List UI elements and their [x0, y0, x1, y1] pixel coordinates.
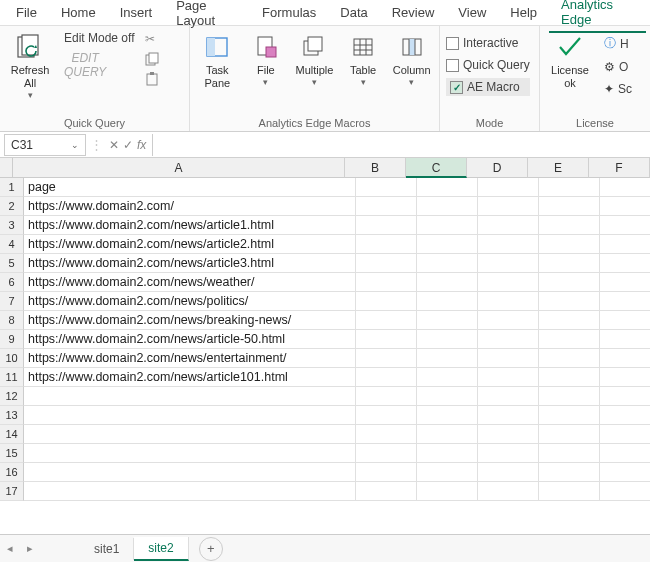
cell[interactable] [539, 387, 600, 406]
cell[interactable] [600, 273, 650, 292]
multiple-button[interactable]: Multiple▾ [293, 30, 336, 89]
column-header-e[interactable]: E [528, 158, 589, 178]
cell[interactable] [417, 349, 478, 368]
enter-icon[interactable]: ✓ [123, 138, 133, 152]
row-header[interactable]: 8 [0, 311, 24, 330]
cell[interactable] [478, 387, 539, 406]
cell[interactable]: https://www.domain2.com/news/article101.… [24, 368, 356, 387]
row-header[interactable]: 4 [0, 235, 24, 254]
row-header[interactable]: 14 [0, 425, 24, 444]
row-header[interactable]: 13 [0, 406, 24, 425]
cell[interactable] [600, 254, 650, 273]
cell[interactable] [600, 482, 650, 501]
cell[interactable] [600, 197, 650, 216]
cell[interactable]: https://www.domain2.com/news/entertainme… [24, 349, 356, 368]
cancel-icon[interactable]: ✕ [109, 138, 119, 152]
cell[interactable] [417, 292, 478, 311]
cell[interactable] [478, 425, 539, 444]
menu-tab-data[interactable]: Data [328, 1, 379, 24]
cell[interactable] [478, 368, 539, 387]
cell[interactable]: https://www.domain2.com/news/weather/ [24, 273, 356, 292]
cell[interactable] [24, 387, 356, 406]
menu-tab-help[interactable]: Help [498, 1, 549, 24]
cell[interactable] [600, 235, 650, 254]
cell[interactable] [417, 254, 478, 273]
cell[interactable] [356, 482, 417, 501]
menu-tab-review[interactable]: Review [380, 1, 447, 24]
sheet-tab-site1[interactable]: site1 [80, 538, 134, 560]
cell[interactable] [417, 216, 478, 235]
cell[interactable] [600, 387, 650, 406]
cell[interactable] [539, 406, 600, 425]
cell[interactable] [356, 387, 417, 406]
cell[interactable] [600, 368, 650, 387]
refresh-all-button[interactable]: Refresh All ▾ [6, 30, 54, 102]
cell[interactable]: https://www.domain2.com/ [24, 197, 356, 216]
row-header[interactable]: 5 [0, 254, 24, 273]
row-header[interactable]: 6 [0, 273, 24, 292]
cell[interactable] [600, 216, 650, 235]
cell[interactable] [417, 482, 478, 501]
cell[interactable] [356, 330, 417, 349]
cell[interactable] [539, 292, 600, 311]
column-header-b[interactable]: B [345, 158, 406, 178]
fx-icon[interactable]: fx [137, 138, 146, 152]
row-header[interactable]: 9 [0, 330, 24, 349]
cell[interactable] [356, 178, 417, 197]
cell[interactable]: https://www.domain2.com/news/article-50.… [24, 330, 356, 349]
cell[interactable] [24, 463, 356, 482]
cell[interactable] [24, 425, 356, 444]
menu-tab-view[interactable]: View [446, 1, 498, 24]
column-header-c[interactable]: C [406, 158, 467, 178]
support-button[interactable]: ✦ Sc [600, 81, 636, 97]
cell[interactable] [356, 273, 417, 292]
cell[interactable]: https://www.domain2.com/news/breaking-ne… [24, 311, 356, 330]
cell[interactable] [539, 368, 600, 387]
row-header[interactable]: 12 [0, 387, 24, 406]
cell[interactable] [600, 463, 650, 482]
column-header-f[interactable]: F [589, 158, 650, 178]
cell[interactable] [539, 463, 600, 482]
cell[interactable] [600, 311, 650, 330]
formula-input[interactable] [152, 134, 650, 156]
cell[interactable] [356, 368, 417, 387]
cell[interactable] [539, 330, 600, 349]
cell[interactable] [417, 273, 478, 292]
cell[interactable] [600, 349, 650, 368]
row-header[interactable]: 17 [0, 482, 24, 501]
cell[interactable] [417, 330, 478, 349]
cell[interactable] [539, 444, 600, 463]
cell[interactable] [356, 254, 417, 273]
cell[interactable] [417, 311, 478, 330]
row-header[interactable]: 16 [0, 463, 24, 482]
cell[interactable] [356, 216, 417, 235]
sheet-tab-site2[interactable]: site2 [134, 537, 188, 561]
help-button[interactable]: ⓘ H [600, 34, 636, 53]
cell[interactable] [478, 216, 539, 235]
cell[interactable] [539, 482, 600, 501]
column-header-a[interactable]: A [13, 158, 345, 178]
cell[interactable]: https://www.domain2.com/news/politics/ [24, 292, 356, 311]
cell[interactable] [539, 235, 600, 254]
cell[interactable] [600, 178, 650, 197]
cell[interactable] [417, 463, 478, 482]
cell[interactable] [539, 216, 600, 235]
column-button[interactable]: Column▾ [390, 30, 433, 89]
cell[interactable] [478, 444, 539, 463]
cell[interactable] [417, 425, 478, 444]
cell[interactable] [417, 444, 478, 463]
cell[interactable] [600, 444, 650, 463]
row-header[interactable]: 15 [0, 444, 24, 463]
cell[interactable] [600, 406, 650, 425]
select-all-corner[interactable] [0, 158, 13, 178]
sheet-nav-next[interactable]: ▸ [20, 542, 40, 555]
copy-icon[interactable] [145, 52, 159, 66]
row-header[interactable]: 7 [0, 292, 24, 311]
clipboard-icon[interactable] [145, 72, 159, 86]
menu-tab-home[interactable]: Home [49, 1, 108, 24]
cell[interactable] [478, 406, 539, 425]
cell[interactable] [356, 463, 417, 482]
ae-macro-checkbox[interactable]: AE Macro [446, 78, 530, 96]
cell[interactable] [417, 368, 478, 387]
cell[interactable] [478, 197, 539, 216]
